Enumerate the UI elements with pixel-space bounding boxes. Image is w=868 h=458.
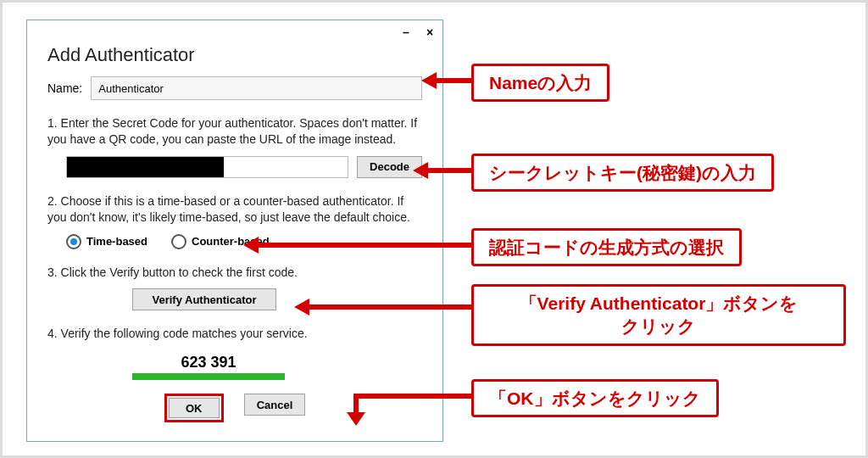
- ok-highlight: OK: [164, 394, 224, 422]
- minimize-button[interactable]: –: [398, 25, 414, 40]
- code-value: 623 391: [132, 350, 285, 373]
- verify-authenticator-button[interactable]: Verify Authenticator: [132, 288, 276, 310]
- arrow-verify: [308, 304, 471, 310]
- arrow-name: [435, 78, 471, 83]
- name-input[interactable]: [91, 76, 422, 100]
- arrow-secret: [426, 168, 471, 173]
- callout-secret: シークレットキー(秘密鍵)の入力: [471, 154, 774, 192]
- name-row: Name:: [47, 76, 422, 100]
- radio-dot-icon: [66, 234, 81, 249]
- radio-time-based[interactable]: Time-based: [66, 234, 147, 249]
- dialog-body: Add Authenticator Name: 1. Enter the Sec…: [27, 44, 442, 436]
- secret-row: Decode: [66, 156, 422, 178]
- radio-dot-icon: [171, 234, 186, 249]
- arrow-ok-v: [353, 394, 359, 414]
- arrow-ok-head: [347, 412, 365, 426]
- dialog-title: Add Authenticator: [47, 44, 422, 66]
- step2-text: 2. Choose if this is a time-based or a c…: [47, 193, 422, 226]
- code-progress-bar: [132, 373, 285, 380]
- arrow-radio: [257, 243, 471, 248]
- titlebar: – ×: [27, 20, 442, 44]
- close-button[interactable]: ×: [422, 25, 437, 40]
- secret-mask: [67, 157, 224, 177]
- code-box: 623 391: [132, 350, 285, 380]
- step1-text: 1. Enter the Secret Code for your authen…: [47, 115, 422, 148]
- cancel-button[interactable]: Cancel: [244, 394, 306, 416]
- radio-time-label: Time-based: [86, 235, 147, 248]
- callout-ok: 「OK」ボタンをクリック: [471, 379, 719, 417]
- page: – × Add Authenticator Name: 1. Enter the…: [0, 0, 868, 458]
- arrow-ok-h: [359, 394, 471, 399]
- callout-verify: 「Verify Authenticator」ボタンをクリック: [471, 284, 846, 346]
- callout-name: Nameの入力: [471, 64, 609, 102]
- name-label: Name:: [47, 81, 82, 95]
- step4-text: 4. Verify the following code matches you…: [47, 326, 422, 342]
- ok-button[interactable]: OK: [169, 398, 220, 418]
- secret-input[interactable]: [66, 156, 348, 178]
- callout-radio: 認証コードの生成方式の選択: [471, 228, 742, 266]
- add-authenticator-dialog: – × Add Authenticator Name: 1. Enter the…: [26, 20, 443, 442]
- step3-text: 3. Click the Verify button to check the …: [47, 265, 422, 281]
